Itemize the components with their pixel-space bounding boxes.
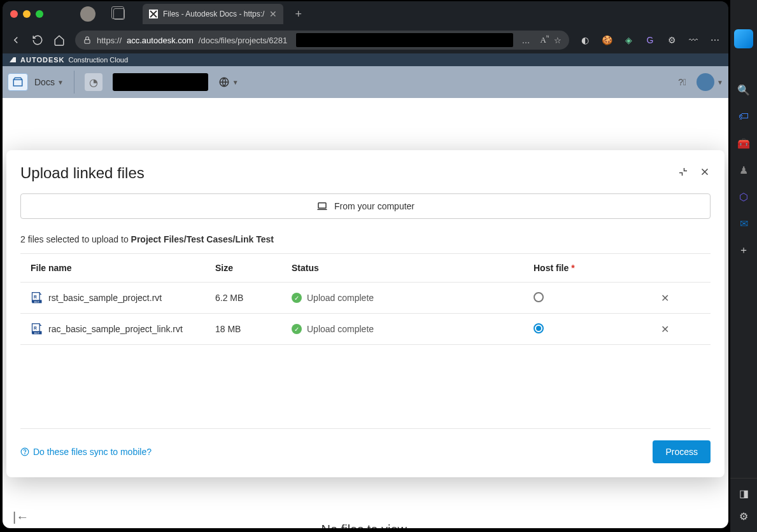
product-label: Construction Cloud — [69, 56, 129, 64]
tab-close-icon[interactable]: ✕ — [269, 9, 277, 19]
svg-text:RVT: RVT — [34, 332, 40, 335]
refresh-button[interactable] — [32, 34, 43, 46]
project-icon[interactable]: ◔ — [85, 73, 103, 91]
autodesk-logo-icon — [9, 56, 17, 64]
upload-destination-text: 2 files selected to upload to Project Fi… — [20, 234, 711, 244]
search-panel-icon[interactable]: 🔍 — [737, 83, 751, 97]
browser-tab[interactable]: Files - Autodesk Docs - https:/ ✕ — [143, 4, 283, 24]
extensions-icon[interactable]: ⚙ — [666, 34, 677, 46]
remove-file-icon[interactable]: ✕ — [661, 293, 669, 304]
tools-panel-icon[interactable]: 🧰 — [737, 136, 751, 150]
outlook-panel-icon[interactable]: ✉ — [737, 216, 751, 230]
revit-file-icon: RRVT — [31, 291, 43, 304]
games-panel-icon[interactable]: ♟ — [737, 163, 751, 177]
minimize-window[interactable] — [23, 10, 31, 18]
add-panel-icon[interactable]: ＋ — [737, 243, 751, 257]
profile-avatar-icon[interactable] — [80, 6, 96, 22]
host-file-radio[interactable] — [534, 292, 544, 302]
region-dropdown[interactable]: ▼ — [218, 76, 239, 88]
settings-panel-icon[interactable]: ⚙ — [737, 509, 751, 523]
col-hostfile: Host file * — [534, 263, 661, 273]
col-filename: File name — [31, 263, 215, 273]
help-circle-icon — [20, 447, 29, 456]
office-panel-icon[interactable]: ⬡ — [737, 190, 751, 204]
autodesk-brand-bar: AUTODESK Construction Cloud — [3, 53, 728, 66]
file-name: rst_basic_sample_project.rvt — [48, 293, 162, 303]
close-window[interactable] — [10, 10, 18, 18]
back-button[interactable] — [10, 34, 22, 46]
user-menu[interactable]: ▼ — [697, 73, 723, 91]
more-icon[interactable]: ⋯ — [709, 34, 721, 46]
maximize-window[interactable] — [36, 10, 43, 18]
laptop-icon — [316, 200, 328, 212]
ext-icon-5[interactable]: 〰 — [688, 34, 699, 46]
collapse-sidebar-icon[interactable]: |← — [13, 510, 29, 524]
url-host: acc.autodesk.com — [127, 36, 194, 45]
url-toolbar: https://acc.autodesk.com/docs/files/proj… — [3, 27, 728, 53]
close-modal-icon[interactable] — [699, 166, 711, 180]
page-content: AUTODESK Construction Cloud Docs ▼ ◔ ▼ ?… — [3, 53, 728, 528]
address-bar[interactable]: https://acc.autodesk.com/docs/files/proj… — [75, 31, 569, 50]
globe-icon — [218, 76, 230, 88]
url-etc-icon: … — [522, 36, 530, 45]
divider — [74, 71, 74, 94]
docs-right: ?⃝ ▼ — [678, 73, 723, 91]
browser-side-panel: 🔍 🏷 🧰 ♟ ⬡ ✉ ＋ ◨ ⚙ — [730, 0, 757, 532]
ext-icon-4[interactable]: G — [644, 34, 656, 46]
svg-point-13 — [25, 454, 25, 454]
brand-label: AUTODESK — [20, 56, 65, 64]
project-name-redacted[interactable] — [113, 73, 208, 91]
url-path: /docs/files/projects/6281 — [199, 36, 287, 45]
ext-icon-3[interactable]: ◈ — [623, 34, 634, 46]
table-row: RRVT rst_basic_sample_project.rvt 6.2 MB… — [20, 283, 711, 314]
sync-help-link[interactable]: Do these files sync to mobile? — [20, 447, 152, 457]
svg-text:RVT: RVT — [34, 300, 40, 304]
empty-state-text: No files to view. — [322, 522, 410, 528]
help-link-text: Do these files sync to mobile? — [33, 447, 152, 457]
table-header: File name Size Status Host file * — [20, 254, 711, 283]
chevron-down-icon: ▼ — [57, 79, 64, 86]
favorite-icon[interactable]: ☆ — [554, 36, 562, 45]
chevron-down-icon: ▼ — [717, 79, 723, 86]
check-circle-icon: ✓ — [292, 293, 302, 303]
remove-file-icon[interactable]: ✕ — [661, 324, 669, 335]
file-size: 18 MB — [215, 324, 292, 334]
from-computer-button[interactable]: From your computer — [20, 193, 711, 219]
browser-window: Files - Autodesk Docs - https:/ ✕ + http… — [3, 1, 728, 528]
ext-icon-2[interactable]: 🍪 — [601, 34, 612, 46]
revit-file-icon: RRVT — [31, 323, 43, 335]
svg-text:R: R — [34, 295, 37, 299]
window-controls — [10, 10, 43, 18]
file-name: rac_basic_sample_project_link.rvt — [48, 324, 183, 334]
file-status: Upload complete — [307, 324, 374, 334]
process-button[interactable]: Process — [653, 440, 711, 463]
url-redacted — [296, 33, 513, 47]
table-row: RRVT rac_basic_sample_project_link.rvt 1… — [20, 314, 711, 345]
home-button[interactable] — [53, 34, 65, 46]
url-scheme: https:// — [97, 36, 122, 45]
docs-product-chip[interactable] — [8, 73, 28, 91]
docs-label-text: Docs — [34, 77, 55, 87]
file-size: 6.2 MB — [215, 293, 292, 303]
tab-overview-icon[interactable] — [113, 8, 125, 20]
copilot-icon[interactable] — [734, 29, 753, 48]
selected-path: Project Files/Test Cases/Link Test — [131, 234, 274, 244]
help-icon[interactable]: ?⃝ — [678, 77, 686, 87]
ext-icon-1[interactable]: ◐ — [579, 34, 591, 46]
shopping-panel-icon[interactable]: 🏷 — [737, 109, 751, 123]
from-computer-label: From your computer — [334, 201, 414, 211]
tab-title: Files - Autodesk Docs - https:/ — [163, 10, 264, 18]
sidebar-panel-icon[interactable]: ◨ — [737, 486, 751, 500]
svg-rect-3 — [318, 203, 326, 208]
new-tab-button[interactable]: + — [295, 8, 302, 21]
docs-dropdown[interactable]: Docs ▼ — [34, 77, 64, 87]
lock-icon — [83, 36, 92, 45]
selected-prefix: 2 files selected to upload to — [20, 234, 131, 244]
svg-text:R: R — [34, 326, 37, 330]
upload-modal: Upload linked files From your computer 2… — [6, 150, 725, 477]
col-status: Status — [292, 263, 534, 273]
minimize-modal-icon[interactable] — [677, 166, 689, 180]
host-file-radio[interactable] — [534, 323, 544, 333]
modal-footer: Do these files sync to mobile? Process — [20, 428, 711, 463]
docs-toolbar: Docs ▼ ◔ ▼ ?⃝ ▼ — [3, 66, 728, 98]
